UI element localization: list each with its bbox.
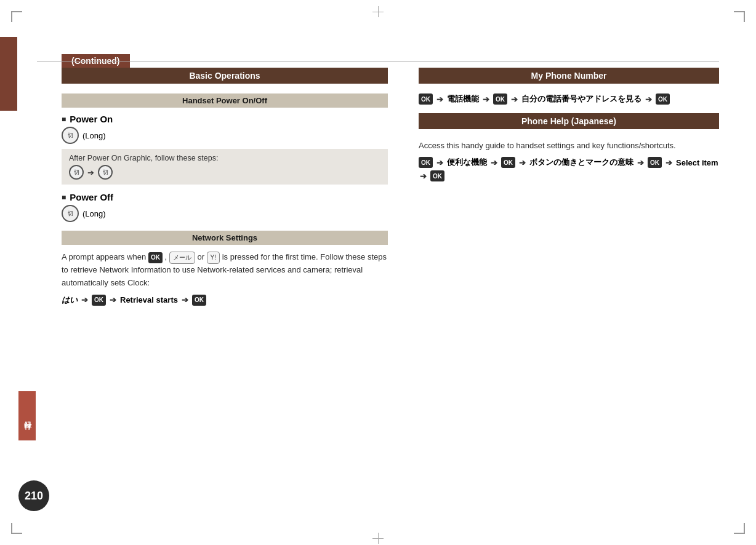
network-hai: はい	[62, 295, 78, 306]
left-column: Basic Operations Handset Power On/Off Po…	[62, 68, 388, 306]
network-arrow-2: ➔	[110, 295, 116, 304]
appendix-tab: 付録	[18, 391, 36, 440]
my-phone-ok1: OK	[419, 93, 433, 105]
phone-help-ok2: OK	[501, 157, 515, 168]
my-phone-jp2: 自分の電話番号やアドレスを見る	[521, 93, 641, 105]
my-phone-arrow-3: ➔	[511, 95, 518, 104]
info-icon-row: 切 ➔ 切	[69, 165, 380, 180]
phone-help-ok3: OK	[648, 157, 662, 168]
info-box: After Power On Graphic, follow these ste…	[62, 149, 388, 185]
my-phone-ok2: OK	[493, 93, 507, 105]
phone-help-arrow-3: ➔	[519, 158, 526, 167]
phone-help-ok1: OK	[419, 157, 433, 168]
network-y-btn: Y!	[207, 252, 220, 264]
power-off-button-icon: 切	[62, 205, 79, 222]
phone-help-select: Select item	[676, 158, 718, 167]
my-phone-arrow-2: ➔	[483, 95, 489, 104]
network-body-text: A prompt appears when	[62, 252, 148, 261]
power-on-button-icon: 切	[62, 127, 79, 144]
page-number: 210	[25, 490, 43, 503]
info-btn-2: 切	[98, 165, 113, 180]
crosshair-bottom	[372, 533, 384, 539]
continued-banner	[37, 62, 719, 62]
network-arrow-1: ➔	[81, 295, 88, 304]
phone-help-ok4: OK	[430, 170, 444, 181]
phone-help-arrow-2: ➔	[491, 158, 497, 167]
my-phone-jp1: 電話機能	[447, 93, 479, 105]
phone-help-arrow-4: ➔	[637, 158, 644, 167]
my-phone-ok3: OK	[656, 93, 670, 105]
corner-mark-tr	[734, 11, 745, 22]
corner-mark-bl	[11, 523, 22, 534]
network-comma: ,	[165, 252, 169, 261]
phone-help-arrow-5: ➔	[666, 158, 672, 167]
power-off-label: Power Off	[62, 192, 388, 202]
network-settings-header: Network Settings	[62, 231, 388, 245]
network-body: A prompt appears when OK , メール or Y! is …	[62, 251, 388, 290]
phone-help-arrow-6: ➔	[420, 172, 427, 181]
left-side-tab	[0, 37, 17, 111]
network-arrow-3: ➔	[182, 295, 188, 304]
power-off-row: 切 (Long)	[62, 205, 388, 222]
main-content: Basic Operations Handset Power On/Off Po…	[62, 68, 719, 496]
network-ok3: OK	[192, 295, 206, 306]
power-on-section: Power On 切 (Long) After Power On Graphic…	[62, 114, 388, 185]
power-off-suffix: (Long)	[82, 209, 106, 218]
phone-help-arrow-1: ➔	[436, 158, 443, 167]
info-arrow-1: ➔	[87, 168, 94, 177]
network-ok-btn: OK	[148, 252, 163, 263]
power-on-suffix: (Long)	[82, 131, 106, 140]
power-off-section: Power Off 切 (Long)	[62, 192, 388, 222]
info-box-text: After Power On Graphic, follow these ste…	[69, 154, 218, 162]
power-on-row: 切 (Long)	[62, 127, 388, 144]
my-phone-header: My Phone Number	[419, 68, 719, 84]
corner-mark-br	[734, 523, 745, 534]
phone-help-header: Phone Help (Japanese)	[419, 113, 719, 129]
page-number-tab: 210	[18, 480, 49, 511]
my-phone-arrow-4: ➔	[645, 95, 652, 104]
my-phone-steps-row: OK ➔ 電話機能 ➔ OK ➔ 自分の電話番号やアドレスを見る ➔ OK	[419, 93, 719, 105]
phone-help-body: Access this handy guide to handset setti…	[419, 139, 719, 152]
crosshair-top	[372, 6, 384, 12]
basic-operations-header: Basic Operations	[62, 68, 388, 84]
network-steps-row: はい ➔ OK ➔ Retrieval starts ➔ OK	[62, 295, 388, 306]
phone-help-steps-row: OK ➔ 便利な機能 ➔ OK ➔ ボタンの働きとマークの意味 ➔ OK ➔ S…	[419, 157, 719, 181]
network-retrieval-text: Retrieval starts	[120, 295, 178, 304]
phone-help-jp1: 便利な機能	[447, 157, 487, 168]
info-btn-1: 切	[69, 165, 84, 180]
handset-power-header: Handset Power On/Off	[62, 93, 388, 108]
power-on-label: Power On	[62, 114, 388, 124]
corner-mark-tl	[11, 11, 22, 22]
my-phone-arrow-1: ➔	[436, 95, 443, 104]
network-ok2: OK	[92, 295, 106, 306]
phone-help-jp2: ボタンの働きとマークの意味	[529, 157, 633, 168]
continued-label: (Continued)	[62, 54, 130, 68]
network-mail-btn: メール	[169, 252, 195, 264]
network-or: or	[197, 252, 206, 261]
right-column: My Phone Number OK ➔ 電話機能 ➔ OK ➔ 自分の電話番号…	[419, 68, 719, 181]
